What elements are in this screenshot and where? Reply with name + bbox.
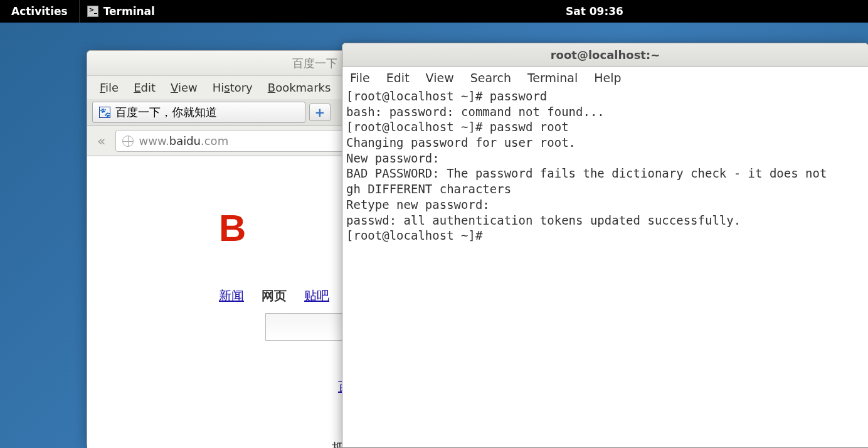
menu-view[interactable]: View bbox=[164, 78, 204, 97]
link-news[interactable]: 新闻 bbox=[219, 287, 244, 304]
term-menu-file[interactable]: File bbox=[350, 71, 370, 85]
browser-tab-baidu[interactable]: 🐾 百度一下，你就知道 bbox=[92, 102, 305, 123]
terminal-titlebar[interactable]: root@localhost:~ bbox=[342, 43, 868, 67]
term-menu-edit[interactable]: Edit bbox=[386, 71, 410, 85]
menu-history[interactable]: History bbox=[206, 78, 259, 97]
gnome-topbar: Activities >_ Terminal Sat 09:36 bbox=[0, 0, 868, 23]
terminal-content[interactable]: [root@localhost ~]# password bash: passw… bbox=[342, 88, 868, 243]
terminal-icon: >_ bbox=[87, 6, 98, 17]
activities-button[interactable]: Activities bbox=[0, 5, 79, 18]
back-button[interactable]: « bbox=[93, 133, 109, 149]
topbar-app-label: Terminal bbox=[103, 5, 155, 18]
url-text: www.baidu.com bbox=[139, 134, 228, 147]
globe-icon bbox=[122, 136, 134, 147]
link-web-active[interactable]: 网页 bbox=[262, 287, 287, 304]
tab-label: 百度一下，你就知道 bbox=[115, 105, 217, 120]
topbar-app-terminal[interactable]: >_ Terminal bbox=[79, 0, 162, 23]
term-menu-view[interactable]: View bbox=[426, 71, 454, 85]
link-tieba[interactable]: 贴吧 bbox=[304, 287, 329, 304]
menu-file[interactable]: File bbox=[93, 78, 125, 97]
baidu-favicon: 🐾 bbox=[99, 107, 110, 118]
menu-bookmarks[interactable]: Bookmarks bbox=[262, 78, 337, 97]
menu-edit[interactable]: Edit bbox=[127, 78, 162, 97]
terminal-title-text: root@localhost:~ bbox=[551, 48, 660, 61]
term-menu-search[interactable]: Search bbox=[470, 71, 511, 85]
term-menu-help[interactable]: Help bbox=[594, 71, 621, 85]
terminal-window: root@localhost:~ File Edit View Search T… bbox=[342, 43, 868, 448]
new-tab-button[interactable]: + bbox=[309, 104, 331, 121]
term-menu-terminal[interactable]: Terminal bbox=[527, 71, 578, 85]
clock-label[interactable]: Sat 09:36 bbox=[566, 5, 623, 18]
terminal-menu-bar: File Edit View Search Terminal Help bbox=[342, 67, 868, 88]
